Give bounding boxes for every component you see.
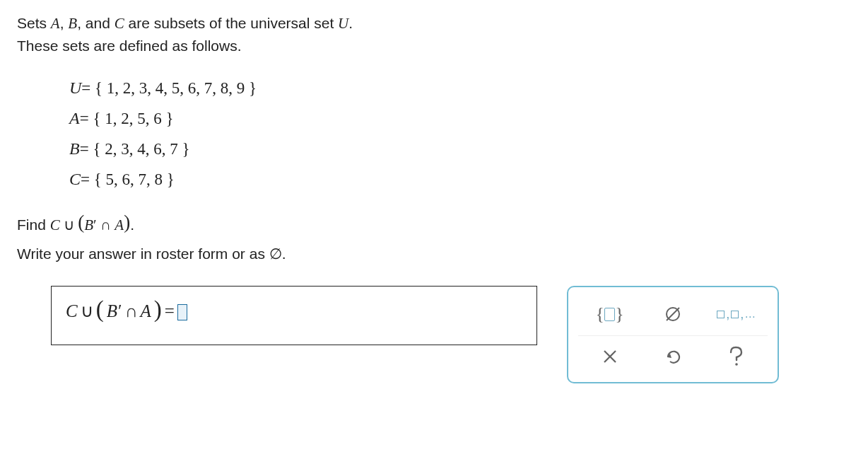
set-A: A [51, 15, 60, 32]
paren-right: ) [154, 296, 162, 323]
empty-set-button[interactable] [645, 299, 701, 329]
sym-intersect: ∩ [97, 216, 115, 233]
def-U: U= { 1, 2, 3, 4, 5, 6, 7, 8, 9 } [69, 73, 851, 103]
placeholder-icon [717, 311, 725, 318]
label-U: U [69, 79, 81, 97]
paren-left: ( [96, 296, 104, 323]
text: , and [77, 15, 115, 31]
text: . [130, 216, 134, 233]
answer-row: C ∪ ( B ′ ∩ A ) = { } ,,… [17, 286, 851, 383]
question-find: Find C ∪ (B′ ∩ A). [17, 209, 851, 239]
text: , [60, 15, 69, 31]
ellipsis-icon: … [744, 308, 756, 320]
prompt-line-2: These sets are defined as follows. [17, 35, 851, 57]
text: Sets [17, 15, 51, 31]
close-icon [602, 349, 618, 364]
def-A: A= { 1, 2, 5, 6 } [69, 103, 851, 134]
paren-right: ) [124, 212, 130, 233]
comma-icon: , [726, 307, 729, 322]
set-U: U [338, 15, 348, 32]
sym-A: A [141, 301, 151, 321]
answer-input-box[interactable]: C ∪ ( B ′ ∩ A ) = [51, 286, 537, 345]
text: are subsets of the universal set [124, 15, 338, 31]
keypad-row-1: { } ,,… [578, 296, 768, 332]
question-instruction: Write your answer in roster form or as ∅… [17, 243, 851, 266]
math-keypad: { } ,,… [567, 286, 779, 383]
text: . [348, 15, 353, 31]
paren-left: ( [78, 212, 84, 233]
sym-B: B [84, 216, 93, 233]
def-C: C= { 5, 6, 7, 8 } [69, 164, 851, 195]
set-braces-button[interactable]: { } [582, 299, 638, 329]
text: Find [17, 216, 50, 233]
question-mark-icon [727, 346, 744, 367]
set-B: B [68, 15, 77, 32]
sym-union: ∪ [60, 216, 78, 233]
placeholder-icon [604, 308, 615, 321]
clear-button[interactable] [582, 342, 638, 371]
value-U: = { 1, 2, 3, 4, 5, 6, 7, 8, 9 } [81, 79, 257, 97]
sym-C: C [50, 216, 60, 233]
problem-statement: Sets A, B, and C are subsets of the univ… [17, 13, 851, 57]
value-A: = { 1, 2, 5, 6 } [80, 110, 174, 127]
undo-button[interactable] [645, 342, 701, 371]
roster-list-button[interactable]: ,,… [708, 299, 764, 329]
value-B: = { 2, 3, 4, 6, 7 } [80, 140, 190, 158]
undo-icon [664, 347, 682, 366]
label-A: A [69, 109, 80, 127]
def-B: B= { 2, 3, 4, 6, 7 } [69, 134, 851, 164]
label-C: C [69, 170, 81, 188]
svg-point-4 [736, 363, 739, 366]
set-C: C [115, 15, 124, 32]
brace-right-icon: } [615, 303, 623, 325]
empty-set-icon [663, 304, 683, 324]
sym-A: A [115, 216, 124, 233]
prompt-line-1: Sets A, B, and C are subsets of the univ… [17, 13, 851, 34]
sym-equals: = [165, 301, 175, 321]
sym-B: B [107, 301, 117, 321]
comma-icon: , [740, 307, 744, 322]
help-button[interactable] [708, 342, 764, 371]
answer-expression: C ∪ ( B ′ ∩ A ) = [66, 298, 187, 324]
sym-C: C [66, 301, 78, 321]
set-definitions: U= { 1, 2, 3, 4, 5, 6, 7, 8, 9 } A= { 1,… [69, 73, 851, 195]
sym-prime: ′ [118, 301, 122, 321]
value-C: = { 5, 6, 7, 8 } [81, 170, 175, 188]
sym-intersect: ∩ [124, 301, 137, 321]
sym-union: ∪ [81, 301, 93, 321]
brace-left-icon: { [596, 303, 604, 325]
keypad-row-2 [578, 335, 768, 372]
placeholder-icon [731, 311, 739, 318]
label-B: B [69, 139, 80, 158]
answer-input-slot[interactable] [177, 304, 187, 320]
